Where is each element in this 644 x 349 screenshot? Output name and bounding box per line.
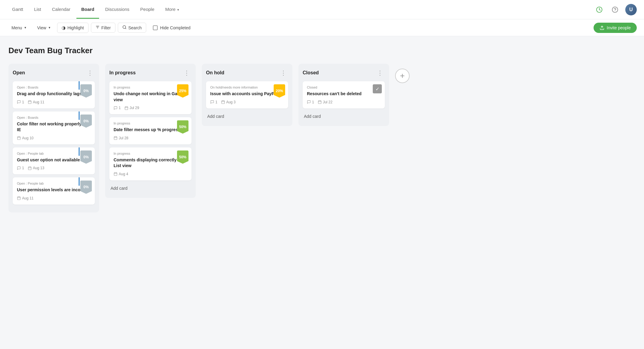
comment-icon xyxy=(114,106,118,110)
card-c2[interactable]: 0% Open : Boards Color filter not workin… xyxy=(13,111,95,144)
add-column-button[interactable] xyxy=(395,69,410,83)
column-in-progress: In progress ⋮ 25% In progress Undo chang… xyxy=(105,64,196,198)
add-card-link[interactable]: Add card xyxy=(303,111,385,121)
card-title: Color filter not working properly in IE xyxy=(17,121,91,133)
column-menu-button[interactable]: ⋮ xyxy=(375,69,385,77)
card-category: In progress xyxy=(114,86,187,89)
card-c5[interactable]: 25% In progress Undo change not working … xyxy=(109,81,192,114)
flag-indicator xyxy=(79,177,80,186)
column-header: On hold ⋮ xyxy=(206,69,288,77)
search-icon xyxy=(122,25,127,30)
view-button[interactable]: View ▾ xyxy=(33,23,55,32)
card-footer: Aug 10 xyxy=(17,136,91,140)
flag-indicator xyxy=(79,147,80,156)
svg-rect-13 xyxy=(18,137,21,140)
card-footer: 1 Aug 13 xyxy=(17,166,91,170)
card-date: Aug 13 xyxy=(28,166,44,170)
card-title: Guest user option not available xyxy=(17,157,91,163)
calendar-icon xyxy=(221,100,225,104)
card-c3[interactable]: 0% Open : People tab Guest user option n… xyxy=(13,147,95,175)
card-title: Comments displaying correctly in List vi… xyxy=(114,157,187,169)
tab-board[interactable]: Board xyxy=(76,1,99,19)
svg-rect-37 xyxy=(221,101,224,104)
column-menu-button[interactable]: ⋮ xyxy=(182,69,192,77)
card-c6[interactable]: 50% In progress Date filter messes up % … xyxy=(109,117,192,144)
filter-button[interactable]: Filter xyxy=(91,23,115,33)
calendar-icon xyxy=(17,136,21,140)
hide-completed-toggle[interactable]: Hide Completed xyxy=(149,23,195,32)
more-dropdown-arrow: ▾ xyxy=(177,8,179,11)
menu-button[interactable]: Menu ▾ xyxy=(7,23,31,32)
card-footer: Jul 28 xyxy=(114,136,187,140)
svg-rect-9 xyxy=(28,101,31,104)
card-footer: 1 Jul 22 xyxy=(307,100,381,104)
card-date: Aug 4 xyxy=(114,172,128,176)
comment-count: 1 xyxy=(307,100,314,104)
flag-indicator xyxy=(79,111,80,120)
clock-button[interactable] xyxy=(594,4,605,15)
card-title: Issue with accounts using PayPal xyxy=(210,91,284,97)
tab-list[interactable]: List xyxy=(29,1,46,19)
calendar-icon xyxy=(17,196,21,200)
card-footer: 1 Aug 3 xyxy=(210,100,284,104)
tab-discussions[interactable]: Discussions xyxy=(100,1,134,19)
svg-line-7 xyxy=(125,28,126,29)
card-title: Date filter messes up % progress xyxy=(114,127,187,133)
comment-icon xyxy=(307,100,311,104)
add-card-link[interactable]: Add card xyxy=(109,183,192,193)
card-date: Aug 10 xyxy=(17,136,34,140)
column-on-hold: On hold ⋮ 20% On hold/needs more informa… xyxy=(202,64,292,126)
card-category: Closed xyxy=(307,86,381,89)
progress-badge: 0% xyxy=(80,180,92,194)
column-header: Open ⋮ xyxy=(13,69,95,77)
toolbar: Menu ▾ View ▾ ◑ Highlight Filter Search … xyxy=(0,19,644,36)
card-c7[interactable]: 50% In progress Comments displaying corr… xyxy=(109,147,192,180)
column-header: In progress ⋮ xyxy=(109,69,192,77)
card-c9[interactable]: ✓ Closed Resources can't be deleted 1 Ju… xyxy=(303,81,385,108)
flag-indicator xyxy=(79,81,80,90)
tab-gantt[interactable]: Gantt xyxy=(7,1,28,19)
avatar-image: U xyxy=(625,4,637,15)
add-card-link[interactable]: Add card xyxy=(206,111,288,121)
comment-icon xyxy=(17,100,21,104)
card-c4[interactable]: 0% Open : People tab User permission lev… xyxy=(13,177,95,205)
closed-check-icon: ✓ xyxy=(373,84,382,93)
page-title: Dev Team Bug Tracker xyxy=(8,46,636,55)
progress-badge: 50% xyxy=(177,120,188,134)
svg-rect-21 xyxy=(18,197,21,200)
column-header: Closed ⋮ xyxy=(303,69,385,77)
card-c8[interactable]: 20% On hold/needs more information Issue… xyxy=(206,81,288,108)
comment-count: 1 xyxy=(114,106,121,110)
toolbar-right: Invite people xyxy=(594,23,637,33)
tab-calendar[interactable]: Calendar xyxy=(47,1,75,19)
comment-icon xyxy=(17,166,21,170)
help-button[interactable] xyxy=(610,4,620,15)
tab-people[interactable]: People xyxy=(135,1,159,19)
view-dropdown-arrow: ▾ xyxy=(49,26,50,30)
progress-badge: 0% xyxy=(80,84,92,98)
calendar-icon xyxy=(114,172,118,176)
search-button[interactable]: Search xyxy=(118,23,146,33)
toolbar-left: Menu ▾ View ▾ ◑ Highlight Filter Search … xyxy=(7,23,195,33)
column-menu-button[interactable]: ⋮ xyxy=(279,69,288,77)
card-footer: 1 Jul 29 xyxy=(114,106,187,110)
hide-completed-checkbox[interactable] xyxy=(153,25,158,30)
filter-icon xyxy=(95,25,100,30)
card-title: Drag and drop functionality lags xyxy=(17,91,91,97)
svg-rect-17 xyxy=(28,167,31,170)
highlight-icon: ◑ xyxy=(62,25,66,31)
column-menu-button[interactable]: ⋮ xyxy=(85,69,95,77)
highlight-button[interactable]: ◑ Highlight xyxy=(57,23,88,33)
comment-icon xyxy=(210,100,214,104)
top-nav: Gantt List Calendar Board Discussions Pe… xyxy=(0,0,644,19)
tab-more[interactable]: More ▾ xyxy=(160,1,184,19)
invite-people-button[interactable]: Invite people xyxy=(594,23,637,33)
card-title: User permission levels are incorrect xyxy=(17,187,91,193)
nav-tabs: Gantt List Calendar Board Discussions Pe… xyxy=(7,1,184,19)
card-title: Resources can't be deleted xyxy=(307,91,381,97)
avatar[interactable]: U xyxy=(625,4,637,15)
column-title: In progress xyxy=(109,70,136,76)
column-title: Closed xyxy=(303,70,319,76)
card-c1[interactable]: 0% Open : Boards Drag and drop functiona… xyxy=(13,81,95,108)
progress-badge: 50% xyxy=(177,150,188,164)
